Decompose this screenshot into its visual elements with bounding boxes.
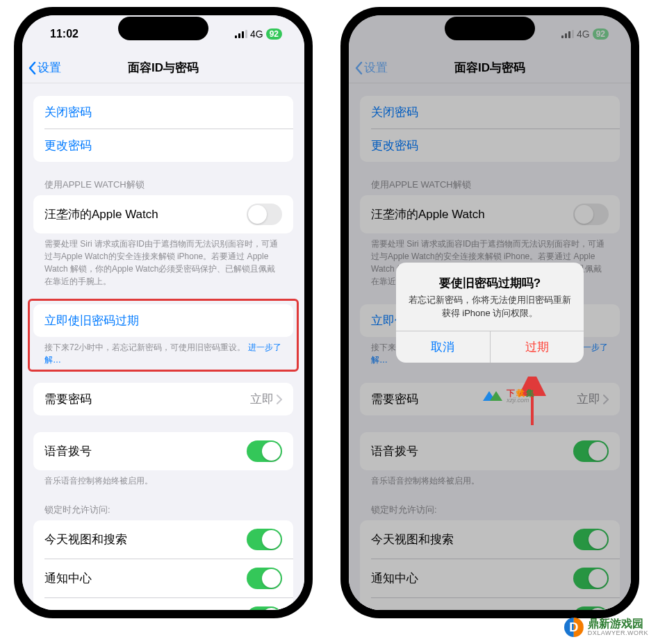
status-time: 11:02 bbox=[50, 28, 79, 40]
svg-rect-3 bbox=[245, 30, 247, 38]
chevron-left-icon bbox=[28, 61, 36, 75]
nav-bar: 设置 面容ID与密码 bbox=[22, 53, 304, 83]
watermark-xzji: 下载集 xzji.com bbox=[483, 389, 536, 404]
screen-left: 11:02 4G 92 设置 面容ID与密码 关闭密码 更改密码 bbox=[22, 15, 304, 610]
svg-rect-0 bbox=[235, 35, 237, 38]
control-center-toggle[interactable] bbox=[247, 606, 282, 610]
apple-watch-row[interactable]: 汪垄沛的Apple Watch bbox=[33, 195, 293, 233]
alert-message: 若忘记新密码，你将无法使用旧密码重新获得 iPhone 访问权限。 bbox=[407, 294, 573, 319]
svg-rect-2 bbox=[242, 31, 244, 38]
screen-right: 4G 92 设置 面容ID与密码 关闭密码 更改密码 使用APPLE WATCH… bbox=[349, 15, 631, 610]
battery-badge: 92 bbox=[266, 28, 282, 40]
dingxin-logo-icon: D bbox=[564, 618, 584, 637]
expire-old-passcode-row[interactable]: 立即使旧密码过期 bbox=[33, 304, 293, 337]
phone-mockup-right: 4G 92 设置 面容ID与密码 关闭密码 更改密码 使用APPLE WATCH… bbox=[340, 7, 639, 618]
watermark-dingxin: D 鼎新游戏园 DXLAWYER.WORK bbox=[564, 618, 648, 637]
alert-title: 要使旧密码过期吗? bbox=[407, 275, 573, 291]
change-passcode-row[interactable]: 更改密码 bbox=[33, 129, 293, 162]
settings-content[interactable]: 关闭密码 更改密码 使用APPLE WATCH解锁 汪垄沛的Apple Watc… bbox=[22, 83, 304, 610]
today-view-toggle[interactable] bbox=[247, 529, 282, 550]
control-center-row[interactable]: 控制中心 bbox=[33, 598, 293, 610]
voice-dial-row[interactable]: 语音拨号 bbox=[33, 432, 293, 470]
back-label: 设置 bbox=[38, 60, 61, 76]
today-view-row[interactable]: 今天视图和搜索 bbox=[33, 520, 293, 559]
phone-mockup-left: 11:02 4G 92 设置 面容ID与密码 关闭密码 更改密码 bbox=[14, 7, 313, 618]
xzji-logo-icon bbox=[483, 389, 502, 404]
chevron-right-icon bbox=[277, 395, 282, 404]
notification-center-toggle[interactable] bbox=[247, 568, 282, 589]
lock-access-header: 锁定时允许访问: bbox=[33, 504, 293, 520]
network-label: 4G bbox=[250, 28, 263, 40]
svg-rect-1 bbox=[238, 33, 240, 38]
alert-expire-button[interactable]: 过期 bbox=[490, 331, 584, 363]
require-passcode-row[interactable]: 需要密码 立即 bbox=[33, 383, 293, 415]
alert-overlay: 要使旧密码过期吗? 若忘记新密码，你将无法使用旧密码重新获得 iPhone 访问… bbox=[349, 15, 631, 610]
dynamic-island bbox=[118, 17, 208, 40]
nav-title: 面容ID与密码 bbox=[22, 60, 304, 76]
alert-cancel-button[interactable]: 取消 bbox=[396, 331, 490, 363]
expire-footer: 接下来72小时中，若忘记新密码，可使用旧密码重设。 进一步了解… bbox=[33, 337, 293, 366]
watch-footer: 需要处理 Siri 请求或面容ID由于遮挡物而无法识别面容时，可通过与Apple… bbox=[33, 233, 293, 288]
turn-off-passcode-row[interactable]: 关闭密码 bbox=[33, 96, 293, 129]
alert-dialog: 要使旧密码过期吗? 若忘记新密码，你将无法使用旧密码重新获得 iPhone 访问… bbox=[396, 263, 584, 362]
back-button[interactable]: 设置 bbox=[22, 60, 61, 76]
voice-dial-toggle[interactable] bbox=[247, 440, 282, 462]
voice-footer: 音乐语音控制将始终被启用。 bbox=[33, 470, 293, 487]
apple-watch-toggle[interactable] bbox=[247, 204, 282, 225]
signal-icon bbox=[235, 30, 247, 38]
watch-section-header: 使用APPLE WATCH解锁 bbox=[33, 179, 293, 195]
notification-center-row[interactable]: 通知中心 bbox=[33, 559, 293, 597]
